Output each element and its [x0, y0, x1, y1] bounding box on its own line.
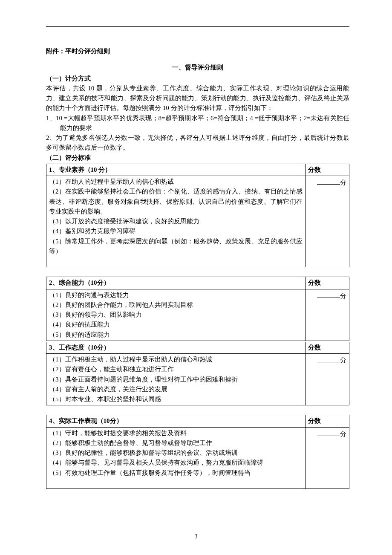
scoring-method-intro: 本评估，共设 10 题，分别从专业素养、工作态度、综合能力、实际工作表现、对理论… — [46, 84, 349, 113]
score-cell: 分 — [306, 289, 349, 341]
table-row: （1）在助人的过程中显示助人的信心和热诚 （2）在实践中能够坚持社会工作的价值：… — [46, 176, 349, 267]
list-item: （3）以开放的态度接受批评和建议，良好的反思能力 — [49, 217, 303, 226]
list-item: （4）能够与督导、见习督导及相关人员保持有效沟通，努力克服所面临障碍 — [49, 458, 303, 468]
rubric-title: 2、综合能力（10分） — [46, 277, 306, 289]
score-unit: 分 — [340, 179, 346, 186]
rubric-items-cell: （1）良好的沟通与表达能力 （2）良好的团队合作能力，联同他人共同实现目标 （3… — [46, 289, 306, 341]
table-row: 4、实际工作表现（10分） 分数 — [46, 415, 349, 427]
table-row: 3、工作态度（10分） 分数 — [46, 342, 349, 354]
score-cell: 分 — [306, 176, 349, 267]
top-rule — [46, 26, 349, 27]
list-item: （4）良好的抗压能力 — [49, 320, 303, 330]
list-item: （2）在实践中能够坚持社会工作的价值：个别化、适度的感情介入、接纳、有目的之情感… — [49, 187, 303, 217]
list-item: （1）守时，能够按时提交要求的相关报告及资料 — [49, 428, 303, 438]
list-item: （3）具备正面看待问题的思维角度，理性对待工作中的困难和挫折 — [49, 375, 303, 384]
score-unit: 分 — [340, 431, 346, 437]
section-heading: 一、督导评分细则 — [46, 63, 349, 72]
table-row: （1）良好的沟通与表达能力 （2）良好的团队合作能力，联同他人共同实现目标 （3… — [46, 289, 349, 341]
attachment-label: 附件：平时分评分细则 — [46, 46, 349, 56]
list-item: （4）富有主人翁的态度，关注行业的发展 — [49, 384, 303, 394]
rubric-title: 4、实际工作表现（10分） — [46, 415, 306, 427]
list-item: （5）有效地处理工作量（包括直接服务及写作任务等），时间管理得当 — [49, 468, 303, 478]
list-item: （5）良好的适应能力 — [49, 330, 303, 340]
score-header: 分数 — [306, 342, 349, 354]
list-item: （2）能够积极主动的配合督导、见习督导或督导助理工作 — [49, 438, 303, 448]
score-header: 分数 — [306, 277, 349, 289]
list-item: （3）良好的纪律性，能够积极参加督导等组织的会议、活动或培训 — [49, 448, 303, 458]
scoring-method-heading: （一）计分方式 — [46, 74, 349, 84]
list-item: （5）对本专业、本职业的坚持和认同感 — [49, 394, 303, 404]
score-blank[interactable] — [317, 356, 340, 362]
list-item: （1）良好的沟通与表达能力 — [49, 290, 303, 300]
list-item: （3）良好的领导力、团队影响力 — [49, 310, 303, 320]
score-header: 分数 — [306, 164, 349, 176]
table-row: （1）工作积极主动，助人过程中显示出助人的信心和热诚 （2）富有责任心，能主动和… — [46, 354, 349, 405]
score-header: 分数 — [306, 415, 349, 427]
list-item: （2）富有责任心，能主动和独立地进行工作 — [49, 364, 303, 374]
score-unit: 分 — [340, 292, 346, 299]
list-item: （2）良好的团队合作能力，联同他人共同实现目标 — [49, 300, 303, 310]
scoring-rule-2: 2、为了避免多名候选人分数一致，无法择优，各评分人可根据上述评分维度，自由打分，… — [46, 133, 349, 153]
rubric-items-cell: （1）守时，能够按时提交要求的相关报告及资料 （2）能够积极主动的配合督导、见习… — [46, 427, 306, 489]
table-row: （1）守时，能够按时提交要求的相关报告及资料 （2）能够积极主动的配合督导、见习… — [46, 427, 349, 489]
rubric-title: 1、专业素养（10 分） — [46, 164, 306, 176]
list-item: （1）在助人的过程中显示助人的信心和热诚 — [49, 177, 303, 187]
score-cell: 分 — [306, 354, 349, 405]
rubric-items-cell: （1）在助人的过程中显示助人的信心和热诚 （2）在实践中能够坚持社会工作的价值：… — [46, 176, 306, 267]
score-blank[interactable] — [317, 429, 340, 436]
score-unit: 分 — [340, 357, 346, 364]
document-page: 附件：平时分评分细则 一、督导评分细则 （一）计分方式 本评估，共设 10 题，… — [0, 0, 392, 555]
rubric-items-cell: （1）工作积极主动，助人过程中显示出助人的信心和热诚 （2）富有责任心，能主动和… — [46, 354, 306, 405]
list-item: （4）鉴别和努力克服学习障碍 — [49, 226, 303, 236]
list-item: （1）工作积极主动，助人过程中显示出助人的信心和热诚 — [49, 355, 303, 364]
rubric-title: 3、工作态度（10分） — [46, 342, 306, 354]
page-number: 3 — [0, 532, 392, 541]
rubric-table-3: 3、工作态度（10分） 分数 （1）工作积极主动，助人过程中显示出助人的信心和热… — [46, 342, 349, 406]
scoring-rule-1: 1、10 =大幅超乎预期水平的优秀表现；8=超乎预期水平；6=符合预期；4 =低… — [46, 113, 349, 133]
score-blank[interactable] — [317, 291, 340, 298]
score-cell: 分 — [306, 427, 349, 489]
table-row: 1、专业素养（10 分） 分数 — [46, 164, 349, 176]
rubric-table-2: 2、综合能力（10分） 分数 （1）良好的沟通与表达能力 （2）良好的团队合作能… — [46, 277, 349, 341]
score-blank[interactable] — [317, 178, 340, 185]
rubric-table-4: 4、实际工作表现（10分） 分数 （1）守时，能够按时提交要求的相关报告及资料 … — [46, 415, 349, 489]
rubric-table-1: 1、专业素养（10 分） 分数 （1）在助人的过程中显示助人的信心和热诚 （2）… — [46, 164, 349, 268]
list-item: （5）除常规工作外，更考虑深层次的问题（例如：服务趋势、政策发展、充足的服务供应… — [49, 237, 303, 257]
standards-heading: （二）评分标准 — [46, 153, 349, 163]
table-row: 2、综合能力（10分） 分数 — [46, 277, 349, 289]
